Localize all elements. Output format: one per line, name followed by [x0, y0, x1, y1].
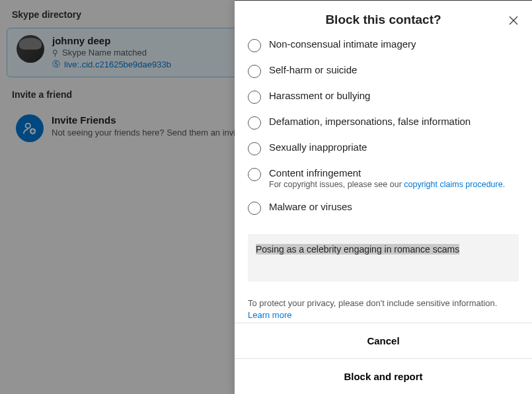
- privacy-text: To protect your privacy, please don't in…: [248, 298, 497, 308]
- radio-option[interactable]: Content infringement For copyright issue…: [248, 161, 519, 195]
- modal-footer: Cancel Block and report: [235, 323, 532, 394]
- radio-label: Harassment or bullying: [269, 90, 370, 101]
- radio-option[interactable]: Harassment or bullying: [248, 84, 519, 110]
- radio-label: Self-harm or suicide: [269, 64, 357, 75]
- radio-icon: [248, 142, 261, 155]
- close-button[interactable]: [507, 14, 520, 27]
- cancel-button[interactable]: Cancel: [235, 323, 532, 358]
- block-and-report-button[interactable]: Block and report: [235, 358, 532, 394]
- radio-icon: [248, 116, 261, 130]
- radio-label: Defamation, impersonations, false inform…: [269, 116, 471, 127]
- radio-icon: [248, 65, 261, 78]
- privacy-note: To protect your privacy, please don't in…: [248, 297, 519, 321]
- copyright-link[interactable]: copyright claims procedure: [404, 180, 502, 189]
- radio-icon: [248, 39, 261, 52]
- radio-option[interactable]: Defamation, impersonations, false inform…: [248, 110, 519, 136]
- radio-option[interactable]: Self-harm or suicide: [248, 58, 519, 84]
- radio-subtext-prefix: For copyright issues, please see our: [269, 180, 404, 189]
- modal-body: Non-consensual intimate imagery Self-har…: [235, 36, 532, 323]
- radio-label: Content infringement: [269, 167, 505, 178]
- radio-label: Malware or viruses: [269, 201, 352, 212]
- report-textarea[interactable]: Posing as a celebrity engaging in romanc…: [248, 234, 519, 282]
- radio-icon: [248, 202, 261, 215]
- radio-label: Non-consensual intimate imagery: [269, 38, 416, 50]
- block-modal: Block this contact? Non-consensual intim…: [235, 0, 532, 394]
- radio-icon: [248, 91, 261, 104]
- close-icon: [508, 15, 519, 26]
- radio-option[interactable]: Sexually inappropriate: [248, 136, 519, 161]
- radio-option[interactable]: Malware or viruses: [248, 195, 519, 221]
- modal-header: Block this contact?: [235, 1, 532, 36]
- textarea-value: Posing as a celebrity engaging in romanc…: [256, 244, 459, 255]
- learn-more-link[interactable]: Learn more: [248, 310, 291, 320]
- modal-title: Block this contact?: [325, 13, 441, 27]
- radio-label: Sexually inappropriate: [269, 141, 367, 153]
- radio-option[interactable]: Non-consensual intimate imagery: [248, 36, 519, 58]
- radio-list: Non-consensual intimate imagery Self-har…: [248, 36, 519, 221]
- radio-subtext: For copyright issues, please see our cop…: [269, 180, 505, 189]
- radio-icon: [248, 168, 261, 181]
